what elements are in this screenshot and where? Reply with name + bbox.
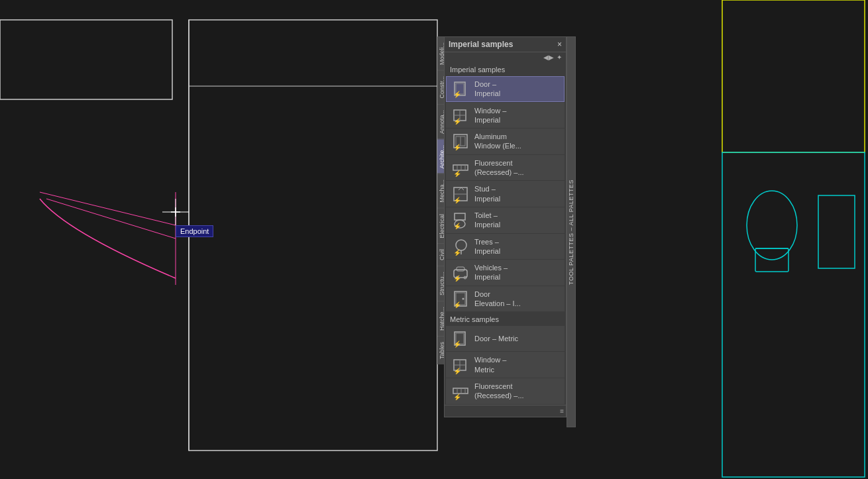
- svg-rect-36: [455, 213, 465, 220]
- stud-imperial-label: Stud –Imperial: [474, 184, 500, 203]
- palette-item-fluorescent-recessed[interactable]: ⚡ Fluorescent(Recessed) –...: [446, 155, 565, 181]
- imperial-section-header: Imperial samples: [445, 62, 566, 76]
- svg-text:⚡: ⚡: [453, 340, 462, 348]
- fluorescent-recessed-label: Fluorescent(Recessed) –...: [474, 158, 524, 178]
- svg-point-6: [747, 191, 797, 260]
- svg-rect-1: [0, 20, 172, 99]
- toilet-imperial-label: Toilet –Imperial: [474, 211, 500, 230]
- svg-rect-43: [457, 267, 464, 271]
- svg-rect-3: [722, 152, 865, 477]
- palette-collapse-button[interactable]: ◀▶: [543, 54, 554, 61]
- door-imperial-icon: ⚡: [452, 80, 470, 98]
- palette-close-button[interactable]: ×: [557, 40, 562, 48]
- tool-palette-panel: Imperial samples × ◀▶ ✦ Imperial samples…: [444, 36, 567, 417]
- svg-text:⚡: ⚡: [453, 143, 462, 150]
- palette-settings-button[interactable]: ✦: [557, 54, 562, 61]
- svg-text:⚡: ⚡: [453, 222, 462, 229]
- fluorescent-metric-icon: ⚡: [452, 382, 470, 400]
- svg-text:⚡: ⚡: [453, 248, 462, 256]
- palette-item-aluminum-window[interactable]: ⚡ AluminumWindow (Ele...: [446, 129, 565, 154]
- window-imperial-icon: ⚡: [452, 106, 470, 125]
- svg-text:⚡: ⚡: [453, 367, 462, 374]
- palette-menu-button[interactable]: ≡: [560, 407, 564, 415]
- palette-item-door-imperial[interactable]: ⚡ Door –Imperial: [446, 76, 565, 102]
- trees-imperial-label: Trees –Imperial: [474, 237, 500, 256]
- aluminum-window-label: AluminumWindow (Ele...: [474, 132, 521, 151]
- svg-rect-58: [453, 388, 468, 394]
- fluorescent-metric-label: Fluorescent(Recessed) –...: [474, 382, 524, 401]
- svg-line-11: [46, 199, 176, 239]
- vehicles-imperial-label: Vehicles –Imperial: [474, 263, 508, 282]
- toilet-imperial-icon: ⚡: [452, 211, 470, 229]
- trees-imperial-icon: ⚡: [452, 237, 470, 256]
- svg-rect-0: [189, 20, 437, 451]
- aluminum-window-icon: ⚡: [452, 132, 470, 150]
- palette-title: Imperial samples: [449, 40, 513, 49]
- door-elevation-icon: ⚡: [452, 290, 470, 308]
- door-metric-label: Door – Metric: [474, 334, 518, 343]
- palette-item-door-metric[interactable]: ⚡ Door – Metric: [446, 326, 565, 351]
- fluorescent-recessed-icon: ⚡: [452, 158, 470, 177]
- svg-text:⚡: ⚡: [453, 117, 462, 125]
- window-metric-icon: ⚡: [452, 356, 470, 374]
- palette-content: Imperial samples ⚡ Door –Imperial ⚡: [445, 62, 566, 405]
- svg-text:⚡: ⚡: [453, 301, 462, 308]
- svg-text:⚡: ⚡: [453, 170, 462, 177]
- window-metric-label: Window –Metric: [474, 355, 506, 374]
- svg-point-49: [462, 298, 464, 300]
- cad-canvas: Endpoint: [0, 0, 868, 479]
- palette-title-bar: Imperial samples ×: [445, 37, 566, 52]
- door-metric-icon: ⚡: [452, 329, 470, 348]
- metric-section-header: Metric samples: [445, 312, 566, 325]
- endpoint-tooltip: Endpoint: [176, 225, 213, 237]
- palette-item-trees-imperial[interactable]: ⚡ Trees –Imperial: [446, 234, 565, 260]
- door-imperial-label: Door –Imperial: [474, 80, 500, 99]
- svg-text:⚡: ⚡: [453, 274, 462, 282]
- stud-imperial-icon: ⚡: [452, 185, 470, 203]
- palette-item-window-imperial[interactable]: ⚡ Window –Imperial: [446, 103, 565, 129]
- svg-text:⚡: ⚡: [453, 90, 462, 98]
- vehicles-imperial-icon: ⚡: [452, 263, 470, 282]
- palette-item-vehicles-imperial[interactable]: ⚡ Vehicles –Imperial: [446, 260, 565, 286]
- svg-rect-2: [722, 0, 865, 152]
- svg-rect-9: [818, 195, 855, 268]
- svg-text:⚡: ⚡: [453, 393, 462, 400]
- palette-icons-row: ◀▶ ✦: [445, 52, 566, 62]
- palette-bottom: ≡: [445, 405, 566, 417]
- palette-item-fluorescent-metric[interactable]: ⚡ Fluorescent(Recessed) –...: [446, 378, 565, 404]
- palette-item-window-metric[interactable]: ⚡ Window –Metric: [446, 352, 565, 378]
- endpoint-label: Endpoint: [180, 227, 209, 235]
- palette-item-stud-imperial[interactable]: ⚡ Stud –Imperial: [446, 181, 565, 207]
- all-palettes-label: TOOL PALETTES – ALL PALETTES: [568, 177, 574, 288]
- all-palettes-tab[interactable]: TOOL PALETTES – ALL PALETTES: [567, 36, 576, 427]
- svg-text:⚡: ⚡: [453, 196, 462, 203]
- svg-line-12: [40, 192, 176, 225]
- palette-item-door-elevation[interactable]: ⚡ DoorElevation – I...: [446, 286, 565, 312]
- window-imperial-label: Window –Imperial: [474, 106, 506, 125]
- palette-item-toilet-imperial[interactable]: ⚡ Toilet –Imperial: [446, 207, 565, 233]
- door-elevation-label: DoorElevation – I...: [474, 290, 521, 309]
- svg-rect-28: [453, 165, 468, 170]
